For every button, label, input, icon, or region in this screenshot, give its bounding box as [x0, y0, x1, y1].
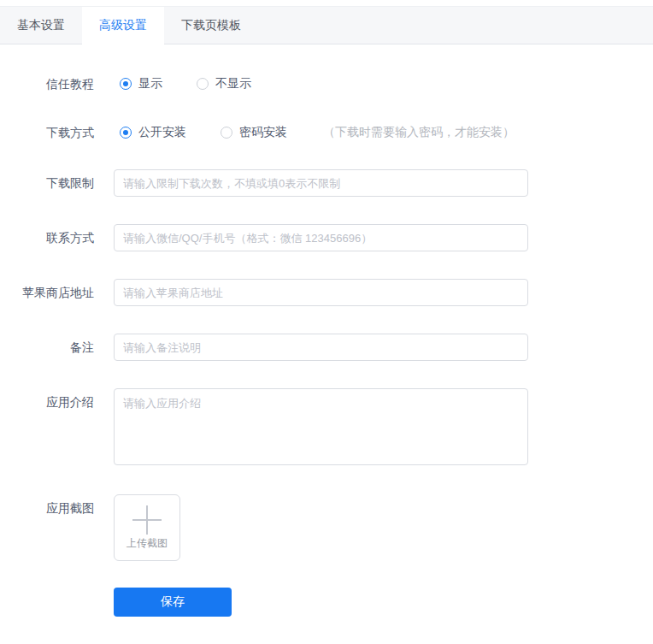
trust-tutorial-label: 信任教程 [0, 75, 94, 92]
radio-selected-icon [120, 127, 132, 139]
remark-input[interactable] [114, 334, 528, 361]
settings-panel: 基本设置 高级设置 下载页模板 信任教程 显示 不显示 下载方式 [0, 6, 653, 644]
upload-screenshot-button[interactable]: 上传截图 [114, 494, 180, 561]
download-method-label: 下载方式 [0, 124, 94, 141]
save-button[interactable]: 保存 [114, 588, 232, 617]
tab-download-page-template[interactable]: 下载页模板 [164, 7, 258, 44]
radio-show-label: 显示 [138, 76, 162, 92]
radio-selected-icon [120, 78, 132, 90]
download-method-row: 下载方式 公开安装 密码安装 （下载时需要输入密码，才能安装） [0, 124, 653, 141]
radio-unselected-icon [197, 78, 209, 90]
radio-show[interactable]: 显示 [120, 76, 162, 92]
appstore-url-row: 苹果商店地址 [0, 279, 653, 306]
app-screenshot-row: 应用截图 上传截图 [0, 494, 653, 561]
remark-label: 备注 [0, 334, 94, 361]
appstore-url-label: 苹果商店地址 [0, 279, 94, 306]
remark-row: 备注 [0, 334, 653, 361]
download-limit-input[interactable] [114, 169, 528, 197]
download-method-radio-group: 公开安装 密码安装 （下载时需要输入密码，才能安装） [114, 124, 515, 141]
appstore-url-input[interactable] [114, 279, 528, 306]
tab-advanced-settings[interactable]: 高级设置 [82, 7, 164, 44]
contact-input[interactable] [114, 224, 528, 251]
trust-tutorial-radio-group: 显示 不显示 [114, 75, 285, 92]
contact-label: 联系方式 [0, 224, 94, 251]
radio-password-install-label: 密码安装 [239, 125, 287, 140]
app-intro-label: 应用介绍 [0, 388, 94, 416]
tab-basic-settings[interactable]: 基本设置 [0, 7, 82, 44]
radio-public-install[interactable]: 公开安装 [120, 125, 186, 140]
app-screenshot-label: 应用截图 [0, 494, 94, 522]
radio-public-install-label: 公开安装 [138, 125, 186, 140]
app-intro-row: 应用介绍 [0, 388, 653, 465]
trust-tutorial-row: 信任教程 显示 不显示 [0, 75, 653, 92]
password-install-hint: （下载时需要输入密码，才能安装） [323, 125, 515, 140]
plus-icon [132, 505, 162, 535]
radio-hide[interactable]: 不显示 [197, 76, 251, 92]
radio-password-install[interactable]: 密码安装 [221, 125, 287, 140]
tab-bar: 基本设置 高级设置 下载页模板 [0, 6, 653, 44]
upload-screenshot-text: 上传截图 [126, 536, 168, 551]
contact-row: 联系方式 [0, 224, 653, 251]
download-limit-label: 下载限制 [0, 169, 94, 197]
advanced-settings-form: 信任教程 显示 不显示 下载方式 公开安装 [0, 44, 653, 617]
radio-hide-label: 不显示 [215, 76, 251, 92]
app-intro-textarea[interactable] [114, 388, 528, 465]
radio-unselected-icon [221, 127, 232, 139]
download-limit-row: 下载限制 [0, 169, 653, 197]
